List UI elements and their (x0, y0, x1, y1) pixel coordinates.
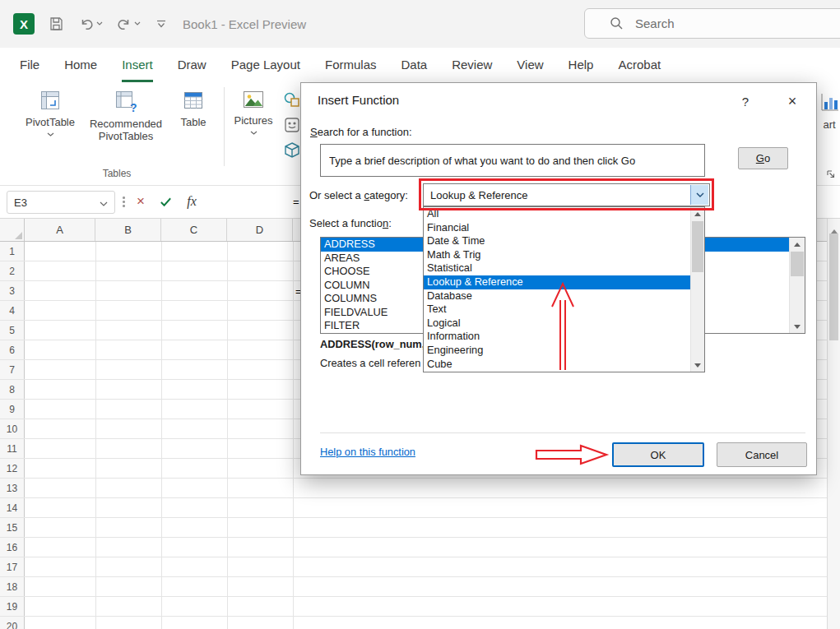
row-header[interactable]: 3 (0, 281, 25, 300)
menu-tab[interactable]: Home (64, 48, 97, 82)
pictures-button[interactable]: Pictures (230, 89, 276, 135)
category-option[interactable]: Date & Time (424, 234, 690, 248)
chevron-down-icon (250, 131, 258, 135)
row-header[interactable]: 14 (0, 498, 25, 517)
listbox-scrollbar[interactable] (789, 238, 805, 333)
undo-button[interactable] (79, 16, 103, 30)
scroll-up-icon[interactable] (790, 238, 805, 251)
3d-models-icon[interactable] (283, 141, 301, 160)
row-header[interactable]: 19 (0, 597, 25, 616)
column-header[interactable]: C (161, 219, 227, 241)
svg-text:?: ? (130, 101, 137, 113)
search-box[interactable]: Search (584, 8, 840, 39)
grid-row: 15 (0, 518, 840, 538)
customize-quick-access-button[interactable] (156, 20, 166, 29)
dialog-help-button[interactable]: ? (731, 88, 760, 114)
icons-icon[interactable] (283, 116, 301, 134)
category-option[interactable]: Financial (424, 221, 690, 235)
row-header[interactable]: 9 (0, 400, 25, 419)
row-header[interactable]: 16 (0, 538, 25, 557)
category-option[interactable]: Information (424, 330, 690, 344)
function-description: Creates a cell referen (320, 357, 420, 369)
scroll-down-icon[interactable] (691, 358, 704, 372)
row-header[interactable]: 6 (0, 340, 25, 359)
category-option[interactable]: Math & Trig (424, 248, 690, 262)
cancel-entry-button[interactable]: × (130, 190, 151, 213)
insert-function-dialog[interactable]: Insert Function ? × Search for a functio… (300, 82, 817, 475)
save-button[interactable] (48, 16, 64, 32)
menu-tab[interactable]: File (20, 48, 39, 82)
table-button[interactable]: Table (169, 89, 218, 129)
category-option[interactable]: Text (424, 303, 690, 317)
combobox-dropdown-button[interactable] (690, 185, 708, 205)
menu-tab[interactable]: View (517, 48, 543, 82)
menu-tab[interactable]: Review (452, 48, 492, 82)
column-header[interactable]: D (227, 219, 293, 241)
menu-tab[interactable]: Formulas (325, 48, 377, 82)
redo-icon (117, 16, 132, 30)
column-header[interactable]: B (95, 219, 161, 241)
row-header[interactable]: 7 (0, 360, 25, 379)
confirm-entry-button[interactable] (155, 190, 176, 213)
scrollbar-thumb[interactable] (829, 234, 838, 340)
row-header[interactable]: 13 (0, 479, 25, 497)
dropdown-scrollbar[interactable] (690, 207, 704, 372)
row-header[interactable]: 5 (0, 321, 25, 340)
row-header[interactable]: 15 (0, 518, 25, 537)
row-header[interactable]: 1 (0, 242, 25, 261)
recommended-pivottables-button[interactable]: ? Recommended PivotTables (86, 89, 165, 143)
shapes-icon[interactable] (283, 90, 301, 109)
scroll-down-icon[interactable] (790, 320, 805, 333)
menu-tab[interactable]: Acrobat (618, 48, 661, 82)
scroll-up-icon[interactable] (691, 207, 704, 220)
category-combobox[interactable]: Lookup & Reference (423, 183, 710, 206)
function-search-input[interactable] (320, 144, 705, 177)
vertical-scrollbar[interactable] (827, 219, 840, 629)
row-header[interactable]: 4 (0, 301, 25, 320)
formula-input[interactable]: = (293, 190, 299, 213)
row-header[interactable]: 8 (0, 380, 25, 399)
category-option[interactable]: Lookup & Reference (424, 275, 690, 289)
menu-tab[interactable]: Insert (122, 48, 153, 82)
category-option[interactable]: Statistical (424, 261, 690, 275)
dialog-separator (320, 432, 805, 433)
insert-function-button[interactable]: fx (181, 190, 202, 213)
category-option[interactable]: Cube (424, 358, 690, 372)
cancel-button[interactable]: Cancel (717, 442, 807, 467)
go-button[interactable]: Go (738, 147, 788, 169)
ok-button[interactable]: OK (612, 442, 704, 467)
grid-row: 16 (0, 538, 840, 557)
row-header[interactable]: 18 (0, 577, 25, 596)
row-header[interactable]: 12 (0, 459, 25, 478)
menu-tab[interactable]: Draw (178, 48, 207, 82)
row-header[interactable]: 20 (0, 617, 25, 629)
category-option[interactable]: Logical (424, 317, 690, 331)
row-header[interactable]: 2 (0, 261, 25, 280)
ribbon-group-divider (224, 87, 225, 166)
help-on-function-link[interactable]: Help on this function (320, 446, 415, 458)
redo-button[interactable] (117, 16, 141, 30)
row-header[interactable]: 17 (0, 557, 25, 576)
dialog-launcher-button[interactable] (826, 168, 836, 183)
search-placeholder: Search (635, 16, 675, 30)
category-option[interactable]: Database (424, 289, 690, 303)
row-header[interactable]: 11 (0, 439, 25, 458)
close-icon[interactable]: × (777, 88, 807, 114)
name-box[interactable]: E3 (7, 191, 115, 214)
column-header[interactable]: A (25, 219, 95, 241)
select-all-corner[interactable] (0, 219, 25, 241)
scrollbar-thumb[interactable] (791, 252, 804, 276)
undo-icon (79, 16, 94, 30)
ribbon-tabs: File Home Insert Draw Page Layout Formul… (0, 48, 840, 82)
row-header[interactable]: 10 (0, 419, 25, 438)
save-icon (48, 16, 64, 32)
menu-tab[interactable]: Data (401, 48, 427, 82)
scrollbar-thumb[interactable] (692, 221, 703, 272)
gridline (227, 242, 228, 629)
category-option[interactable]: Engineering (424, 344, 690, 358)
menu-tab[interactable]: Page Layout (231, 48, 300, 82)
gridline (293, 242, 294, 629)
menu-tab[interactable]: Help (569, 48, 594, 82)
category-option[interactable]: All (424, 207, 690, 221)
pivottable-button[interactable]: PivotTable (18, 89, 82, 136)
